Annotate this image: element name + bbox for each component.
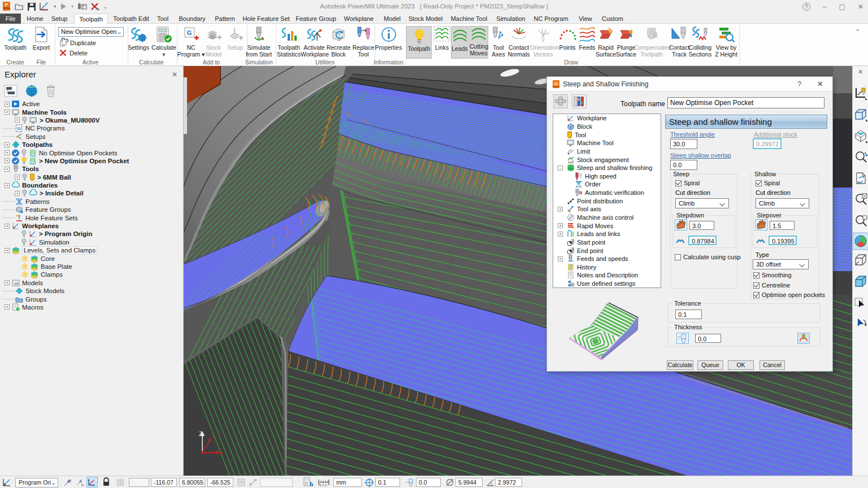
svg-text:G: G — [17, 126, 20, 131]
svg-text:Z: Z — [199, 431, 202, 437]
svg-text:x: x — [70, 478, 72, 482]
svg-text:+: + — [17, 308, 19, 311]
svg-text:G: G — [187, 29, 192, 36]
svg-text:0 1 2: 0 1 2 — [319, 483, 327, 487]
svg-text:Y: Y — [211, 434, 215, 439]
svg-text:X: X — [219, 451, 223, 456]
